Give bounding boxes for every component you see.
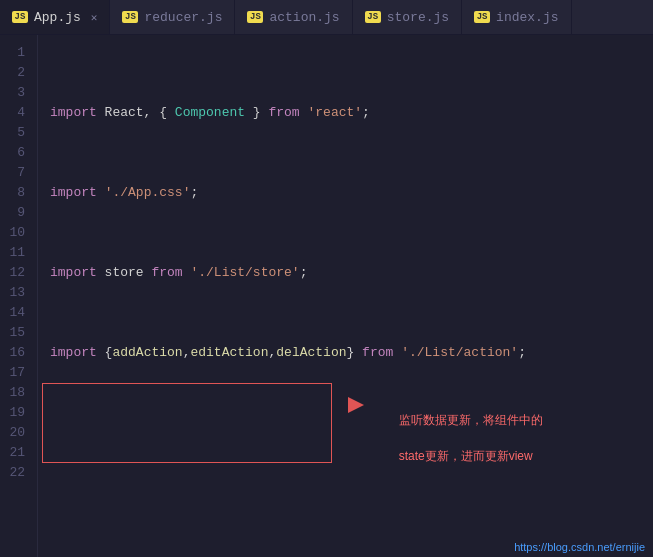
code-line-4: import {addAction,editAction,delAction} …: [46, 343, 653, 363]
tab-bar: JS App.js ✕ JS reducer.js JS action.js J…: [0, 0, 653, 35]
code-line-6: [46, 503, 653, 523]
code-line-2: import './App.css';: [46, 183, 653, 203]
tab-reducer-js[interactable]: JS reducer.js: [110, 0, 235, 34]
js-icon: JS: [474, 11, 490, 23]
annotation-line1: 监听数据更新，将组件中的: [399, 413, 543, 427]
js-icon: JS: [122, 11, 138, 23]
footer-url: https://blog.csdn.net/ernijie: [514, 541, 645, 553]
js-icon: JS: [365, 11, 381, 23]
tab-label: action.js: [269, 10, 339, 25]
tab-label: index.js: [496, 10, 558, 25]
js-icon: JS: [12, 11, 28, 23]
annotation: 监听数据更新，将组件中的 state更新，进而更新view: [348, 393, 543, 483]
tab-index-js[interactable]: JS index.js: [462, 0, 571, 34]
close-icon[interactable]: ✕: [91, 11, 98, 24]
tab-action-js[interactable]: JS action.js: [235, 0, 352, 34]
code-content: import React, { Component } from 'react'…: [38, 35, 653, 557]
tab-label: App.js: [34, 10, 81, 25]
code-line-3: import store from './List/store';: [46, 263, 653, 283]
tab-app-js[interactable]: JS App.js ✕: [0, 0, 110, 34]
line-numbers: 12345 678910 1112131415 1617181920 2122: [0, 35, 38, 557]
code-area: 12345 678910 1112131415 1617181920 2122 …: [0, 35, 653, 557]
annotation-line2: state更新，进而更新view: [399, 449, 533, 463]
tab-label: store.js: [387, 10, 449, 25]
annotation-text: 监听数据更新，将组件中的 state更新，进而更新view: [372, 393, 543, 483]
tab-store-js[interactable]: JS store.js: [353, 0, 462, 34]
code-line-1: import React, { Component } from 'react'…: [46, 103, 653, 123]
arrow-icon: [348, 397, 364, 413]
tab-label: reducer.js: [144, 10, 222, 25]
js-icon: JS: [247, 11, 263, 23]
